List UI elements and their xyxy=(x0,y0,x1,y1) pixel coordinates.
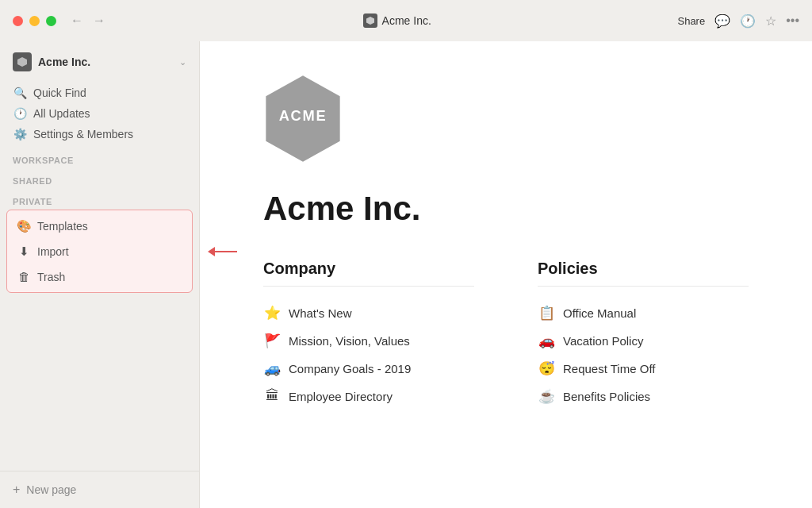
directory-icon: 🏛 xyxy=(263,388,281,404)
workspace-icon xyxy=(363,13,377,28)
trash-icon: 🗑 xyxy=(17,270,31,283)
maximize-button[interactable] xyxy=(46,16,56,26)
list-item[interactable]: 🚗 Vacation Policy xyxy=(538,327,749,355)
quick-find-label: Quick Find xyxy=(33,87,86,99)
history-icon[interactable]: 🕐 xyxy=(740,13,756,29)
templates-label: Templates xyxy=(37,220,88,233)
list-item[interactable]: ⭐ What's New xyxy=(263,299,474,327)
search-icon: 🔍 xyxy=(13,87,27,99)
minimize-button[interactable] xyxy=(29,16,40,26)
list-item[interactable]: ☕ Benefits Policies xyxy=(538,383,749,410)
goals-label: Company Goals - 2019 xyxy=(289,362,411,375)
nav-arrows: ← → xyxy=(69,12,107,29)
sidebar-item-import[interactable]: ⬇ Import xyxy=(7,239,192,264)
company-heading: Company xyxy=(263,260,474,287)
main-content: ACME Acme Inc. Company ⭐ What's New 🚩 Mi… xyxy=(200,41,812,508)
traffic-lights xyxy=(13,16,56,26)
sidebar-item-templates[interactable]: 🎨 Templates xyxy=(7,214,192,239)
templates-icon: 🎨 xyxy=(17,219,31,233)
forward-arrow[interactable]: → xyxy=(91,12,107,29)
policies-column: Policies 📋 Office Manual 🚗 Vacation Poli… xyxy=(538,260,749,410)
close-button[interactable] xyxy=(13,16,23,26)
list-item[interactable]: 😴 Request Time Off xyxy=(538,355,749,383)
trash-label: Trash xyxy=(37,271,65,283)
app-body: Acme Inc. ⌄ 🔍 Quick Find 🕐 All Updates ⚙… xyxy=(0,41,812,508)
sidebar-top: Acme Inc. ⌄ xyxy=(0,41,199,79)
vacation-label: Vacation Policy xyxy=(563,334,643,348)
sidebar: Acme Inc. ⌄ 🔍 Quick Find 🕐 All Updates ⚙… xyxy=(0,41,200,508)
gear-icon: ⚙️ xyxy=(13,128,27,140)
svg-text:ACME: ACME xyxy=(279,107,327,124)
back-arrow[interactable]: ← xyxy=(69,12,85,29)
goals-icon: 🚙 xyxy=(263,360,281,377)
settings-label: Settings & Members xyxy=(33,128,133,140)
workspace-logo xyxy=(13,52,32,71)
titlebar-workspace: Acme Inc. xyxy=(117,13,677,28)
list-item[interactable]: 📋 Office Manual xyxy=(538,299,749,327)
new-page-label: New page xyxy=(26,483,76,496)
private-section-label: PRIVATE xyxy=(0,189,199,210)
directory-label: Employee Directory xyxy=(289,390,393,403)
shared-section-label: SHARED xyxy=(0,168,199,189)
titlebar-workspace-name: Acme Inc. xyxy=(382,14,431,27)
star-icon[interactable]: ☆ xyxy=(765,13,776,29)
office-manual-label: Office Manual xyxy=(563,306,636,320)
list-item[interactable]: 🏛 Employee Directory xyxy=(263,383,474,410)
office-manual-icon: 📋 xyxy=(538,305,555,321)
red-arrow-indicator xyxy=(208,247,237,256)
benefits-icon: ☕ xyxy=(538,388,555,405)
comment-icon[interactable]: 💬 xyxy=(714,13,730,29)
workspace-chevron-icon: ⌄ xyxy=(179,57,186,67)
plus-icon: + xyxy=(13,483,20,497)
acme-logo: ACME xyxy=(263,73,343,164)
mission-label: Mission, Vision, Values xyxy=(289,334,410,348)
list-item[interactable]: 🚙 Company Goals - 2019 xyxy=(263,355,474,383)
mission-icon: 🚩 xyxy=(263,333,281,349)
sidebar-item-quick-find[interactable]: 🔍 Quick Find xyxy=(6,83,193,103)
svg-marker-0 xyxy=(366,17,374,25)
import-label: Import xyxy=(37,245,69,258)
whats-new-icon: ⭐ xyxy=(263,305,281,321)
titlebar: ← → Acme Inc. Share 💬 🕐 ☆ ••• xyxy=(0,0,812,41)
all-updates-label: All Updates xyxy=(33,107,90,120)
list-item[interactable]: 🚩 Mission, Vision, Values xyxy=(263,327,474,355)
sidebar-bottom-section: 🎨 Templates ⬇ Import 🗑 Trash xyxy=(0,210,199,471)
highlighted-items-box: 🎨 Templates ⬇ Import 🗑 Trash xyxy=(6,210,193,293)
time-off-label: Request Time Off xyxy=(563,362,655,375)
updates-icon: 🕐 xyxy=(13,107,27,120)
time-off-icon: 😴 xyxy=(538,360,555,377)
page-title: Acme Inc. xyxy=(263,190,749,228)
more-icon[interactable]: ••• xyxy=(786,13,799,28)
content-columns: Company ⭐ What's New 🚩 Mission, Vision, … xyxy=(263,260,749,410)
company-column: Company ⭐ What's New 🚩 Mission, Vision, … xyxy=(263,260,474,410)
benefits-label: Benefits Policies xyxy=(563,390,650,403)
acme-logo-container: ACME xyxy=(263,73,749,164)
vacation-icon: 🚗 xyxy=(538,333,555,349)
policies-heading: Policies xyxy=(538,260,749,287)
new-page-button[interactable]: + New page xyxy=(6,478,193,502)
sidebar-item-settings[interactable]: ⚙️ Settings & Members xyxy=(6,124,193,144)
sidebar-footer: + New page xyxy=(0,471,199,508)
share-button[interactable]: Share xyxy=(677,15,705,27)
titlebar-actions: Share 💬 🕐 ☆ ••• xyxy=(677,13,799,29)
sidebar-nav: 🔍 Quick Find 🕐 All Updates ⚙️ Settings &… xyxy=(0,79,199,148)
svg-marker-1 xyxy=(17,57,27,67)
workspace-name: Acme Inc. xyxy=(38,56,173,68)
sidebar-item-all-updates[interactable]: 🕐 All Updates xyxy=(6,103,193,124)
sidebar-item-trash[interactable]: 🗑 Trash xyxy=(7,264,192,289)
whats-new-label: What's New xyxy=(289,306,352,320)
import-icon: ⬇ xyxy=(17,244,31,259)
workspace-section-label: WORKSPACE xyxy=(0,148,199,168)
workspace-header[interactable]: Acme Inc. ⌄ xyxy=(6,48,193,76)
